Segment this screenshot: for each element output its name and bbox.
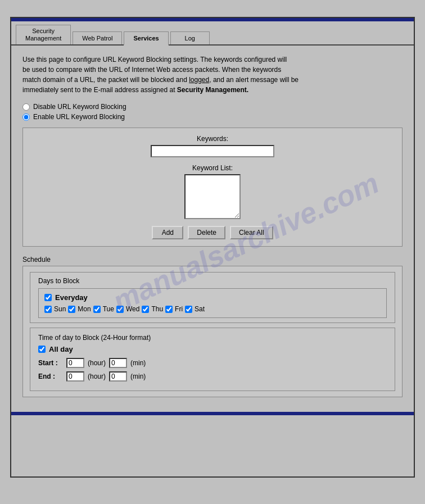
day-tue-label: Tue: [103, 305, 114, 313]
radio-enable-label: Enable URL Keyword Blocking: [33, 113, 125, 121]
radio-enable-input[interactable]: [22, 113, 30, 121]
delete-button[interactable]: Delete: [188, 226, 225, 239]
tab-log[interactable]: Log: [170, 31, 210, 44]
bottom-bar: [11, 412, 414, 415]
day-sat-label: Sat: [195, 305, 205, 313]
day-wed-checkbox[interactable]: [116, 306, 124, 313]
start-min-input[interactable]: [109, 358, 127, 368]
keyword-list-label: Keyword List:: [40, 164, 385, 172]
hour-label-start: (hour): [88, 359, 106, 367]
tab-services[interactable]: Services: [124, 31, 168, 46]
end-row: End : (hour) (min): [38, 371, 387, 382]
radio-disable-input[interactable]: [22, 103, 30, 111]
schedule-box: Days to Block Everyday Sun: [22, 266, 403, 397]
min-label-end: (min): [130, 373, 146, 380]
radio-disable[interactable]: Disable URL Keyword Blocking: [22, 103, 403, 111]
day-thu-checkbox[interactable]: [142, 306, 149, 313]
day-mon-label: Mon: [78, 305, 91, 313]
start-hour-input[interactable]: [66, 358, 84, 368]
day-fri-checkbox[interactable]: [165, 306, 173, 313]
day-wed: Wed: [116, 305, 139, 313]
description: Use this page to configure URL Keyword B…: [22, 55, 403, 95]
keyword-section: Keywords: Keyword List: Add Delete Clear…: [22, 128, 403, 247]
day-thu: Thu: [142, 305, 163, 313]
end-min-input[interactable]: [109, 371, 127, 382]
day-sun-checkbox[interactable]: [44, 306, 52, 313]
day-sat-checkbox[interactable]: [185, 306, 192, 313]
everyday-checkbox[interactable]: [44, 294, 52, 301]
start-label: Start :: [38, 359, 66, 367]
days-inner: Everyday Sun Mon: [38, 288, 387, 318]
everyday-label: Everyday: [55, 293, 88, 302]
tab-security-management[interactable]: SecurityManagement: [16, 25, 71, 44]
days-checkboxes: Sun Mon Tue: [44, 305, 381, 313]
schedule-label: Schedule: [22, 256, 403, 264]
day-fri-label: Fri: [175, 305, 183, 313]
add-button[interactable]: Add: [152, 226, 183, 239]
day-sat: Sat: [185, 305, 205, 313]
radio-disable-label: Disable URL Keyword Blocking: [33, 103, 126, 111]
button-row: Add Delete Clear All: [40, 226, 385, 239]
day-sun-label: Sun: [54, 305, 66, 313]
keyword-list-textarea[interactable]: [184, 174, 241, 219]
allday-row: All day: [38, 345, 387, 353]
radio-group: Disable URL Keyword Blocking Enable URL …: [22, 103, 403, 121]
keywords-label: Keywords:: [40, 135, 385, 143]
day-mon: Mon: [68, 305, 91, 313]
start-row: Start : (hour) (min): [38, 358, 387, 368]
day-wed-label: Wed: [126, 305, 139, 313]
day-tue: Tue: [93, 305, 114, 313]
allday-checkbox[interactable]: [38, 346, 46, 353]
time-label: Time of day to Block (24-Hour format): [38, 334, 387, 342]
everyday-row: Everyday: [44, 293, 381, 302]
end-label: End :: [38, 373, 66, 380]
day-tue-checkbox[interactable]: [93, 306, 101, 313]
clear-all-button[interactable]: Clear All: [230, 226, 273, 239]
allday-label: All day: [49, 345, 73, 353]
time-section: Time of day to Block (24-Hour format) Al…: [30, 328, 395, 391]
day-thu-label: Thu: [151, 305, 163, 313]
min-label-start: (min): [130, 359, 146, 367]
hour-label-end: (hour): [88, 373, 106, 380]
tab-web-patrol[interactable]: Web Patrol: [73, 31, 122, 44]
days-box: Days to Block Everyday Sun: [30, 272, 395, 323]
keyword-input[interactable]: [151, 145, 274, 157]
day-mon-checkbox[interactable]: [68, 306, 75, 313]
days-to-block-label: Days to Block: [38, 277, 387, 285]
schedule-section: Schedule Days to Block Everyday Sun: [22, 256, 403, 397]
main-content: manualsarchive.com Use this page to conf…: [11, 46, 414, 406]
end-hour-input[interactable]: [66, 371, 84, 382]
day-sun: Sun: [44, 305, 66, 313]
tabs-row: SecurityManagement Web Patrol Services L…: [11, 21, 414, 46]
day-fri: Fri: [165, 305, 183, 313]
radio-enable[interactable]: Enable URL Keyword Blocking: [22, 113, 403, 121]
time-inner: All day Start : (hour) (min) End :: [38, 345, 387, 382]
